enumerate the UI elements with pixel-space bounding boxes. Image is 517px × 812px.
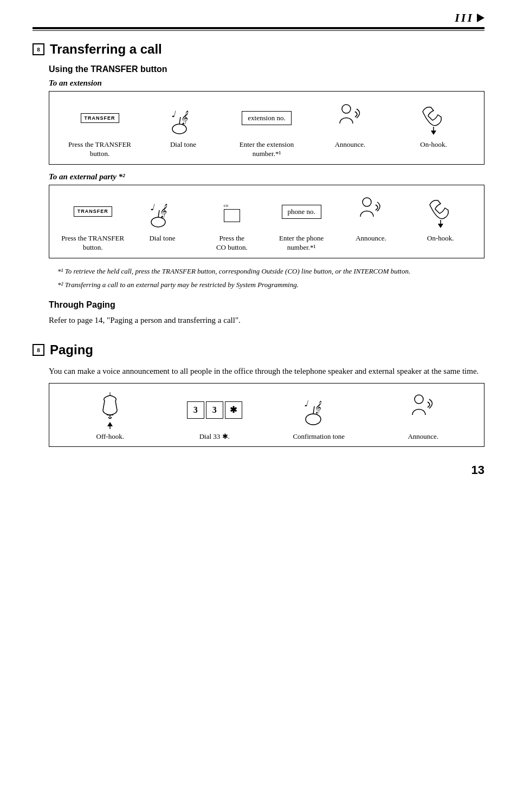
svg-text:𝄞: 𝄞 xyxy=(159,204,167,218)
section2-description: You can make a voice announcement to all… xyxy=(49,365,484,378)
paging-step-2-label: Dial 33 ✱. xyxy=(199,432,230,441)
svg-text:♩: ♩ xyxy=(304,399,308,408)
step-dial-tone-1: ♩ 𝄞 Dial tone xyxy=(141,99,225,150)
section1-header: 8 Transferring a call xyxy=(33,42,484,57)
onhook-icon-2 xyxy=(425,193,455,231)
step-dial-tone-1-label: Dial tone xyxy=(170,140,196,150)
step-dial-tone-2: ♩ 𝄞 Dial tone xyxy=(127,193,197,243)
announce-icon-paging xyxy=(408,391,438,429)
logo-arrow-icon xyxy=(477,14,484,22)
to-external-heading: To an external party *² xyxy=(49,172,484,181)
svg-marker-6 xyxy=(431,131,436,135)
dial-tone-icon-1: ♩ 𝄞 xyxy=(169,99,198,137)
step-transfer-2: TRANSFER Press the TRANSFERbutton. xyxy=(58,193,127,252)
step-announce-1-label: Announce. xyxy=(335,140,366,150)
step-announce-2: Announce. xyxy=(336,193,405,243)
svg-point-2 xyxy=(172,124,186,134)
step-onhook-1-label: On-hook. xyxy=(420,140,447,150)
to-extension-heading: To an extension xyxy=(49,79,484,88)
extension-box-icon: extension no. xyxy=(242,99,291,137)
section2-title: Paging xyxy=(50,342,93,358)
offhook-icon xyxy=(91,391,129,429)
top-bar: III xyxy=(33,11,484,25)
onhook-icon-1 xyxy=(417,99,450,137)
footnote2: *² Transferring a call to an external pa… xyxy=(57,280,484,290)
svg-point-4 xyxy=(342,105,351,113)
paging-step-2: 3 3 ✱ Dial 33 ✱. xyxy=(163,391,267,441)
step-ext-no-label: Enter the extensionnumber.*¹ xyxy=(240,140,294,159)
section1-content: Using the TRANSFER button To an extensio… xyxy=(49,64,484,326)
svg-marker-17 xyxy=(107,422,113,426)
section2: 8 Paging You can make a voice announceme… xyxy=(33,342,484,447)
step-onhook-2: On-hook. xyxy=(406,193,475,243)
svg-text:𝄞: 𝄞 xyxy=(314,401,321,414)
svg-text:♩: ♩ xyxy=(150,203,155,212)
paging-step-box: Off-hook. 3 3 ✱ Dial 33 ✱. ♩ xyxy=(49,383,484,447)
paging-step-3-label: Confirmation tone xyxy=(293,432,345,441)
page-logo: III xyxy=(455,11,484,25)
svg-point-11 xyxy=(363,198,371,206)
paging-step-3: ♩ 𝄞 Confirmation tone xyxy=(267,391,371,441)
top-rule xyxy=(33,27,484,29)
section1-title: Transferring a call xyxy=(50,42,162,57)
extension-step-box: TRANSFER Press the TRANSFERbutton. ♩ 𝄞 D… xyxy=(49,91,484,165)
step-co-btn: co Press theCO button. xyxy=(197,193,267,252)
step-dial-tone-2-label: Dial tone xyxy=(149,234,175,243)
logo-text: III xyxy=(455,11,474,25)
transfer-button-icon: TRANSFER xyxy=(81,99,119,137)
step-transfer-1: TRANSFER Press the TRANSFERbutton. xyxy=(58,99,141,159)
confirmation-tone-icon: ♩ 𝄞 xyxy=(301,391,337,429)
step-onhook-2-label: On-hook. xyxy=(427,234,454,243)
step-phone-no: phone no. Enter the phonenumber.*¹ xyxy=(267,193,336,252)
footnote1: *¹ To retrieve the held call, press the … xyxy=(57,266,484,277)
through-paging-section: Through Paging Refer to page 14, "Paging… xyxy=(49,300,484,327)
co-button-icon: co xyxy=(224,193,240,231)
dial-33-star-icon: 3 3 ✱ xyxy=(187,391,242,429)
subsection1-title: Using the TRANSFER button xyxy=(49,64,484,74)
announce-icon-2 xyxy=(357,193,384,231)
step-announce-2-label: Announce. xyxy=(356,234,386,243)
phone-box-icon: phone no. xyxy=(282,193,321,231)
step-co-btn-label: Press theCO button. xyxy=(216,234,248,252)
step-phone-no-label: Enter the phonenumber.*¹ xyxy=(279,234,324,252)
section2-content: You can make a voice announcement to all… xyxy=(49,365,484,447)
svg-point-9 xyxy=(151,217,165,227)
svg-point-20 xyxy=(306,414,321,425)
announce-icon-1 xyxy=(335,99,365,137)
step-transfer-1-label: Press the TRANSFERbutton. xyxy=(68,140,131,159)
through-paging-text: Refer to page 14, "Paging a person and t… xyxy=(49,314,484,327)
svg-marker-13 xyxy=(438,224,443,228)
svg-text:♩: ♩ xyxy=(171,109,176,119)
svg-text:𝄞: 𝄞 xyxy=(180,111,189,125)
step-ext-no: extension no. Enter the extensionnumber.… xyxy=(225,99,308,159)
step-announce-1: Announce. xyxy=(308,99,392,150)
through-paging-title: Through Paging xyxy=(49,300,484,310)
step-onhook-1: On-hook. xyxy=(392,99,475,150)
section2-header: 8 Paging xyxy=(33,342,484,358)
paging-step-1-label: Off-hook. xyxy=(96,432,124,441)
external-step-box: TRANSFER Press the TRANSFERbutton. ♩ 𝄞 D… xyxy=(49,185,484,258)
paging-step-4: Announce. xyxy=(371,391,476,441)
dial-tone-icon-2: ♩ 𝄞 xyxy=(147,193,177,231)
paging-step-4-label: Announce. xyxy=(408,432,438,441)
top-rule-thin xyxy=(33,30,484,31)
svg-point-22 xyxy=(415,395,423,404)
page-number: 13 xyxy=(33,463,484,477)
section1-icon: 8 xyxy=(33,43,44,55)
paging-step-1: Off-hook. xyxy=(58,391,163,441)
transfer-button-icon-2: TRANSFER xyxy=(74,193,112,231)
section2-icon: 8 xyxy=(33,344,44,356)
step-transfer-2-label: Press the TRANSFERbutton. xyxy=(61,234,124,252)
